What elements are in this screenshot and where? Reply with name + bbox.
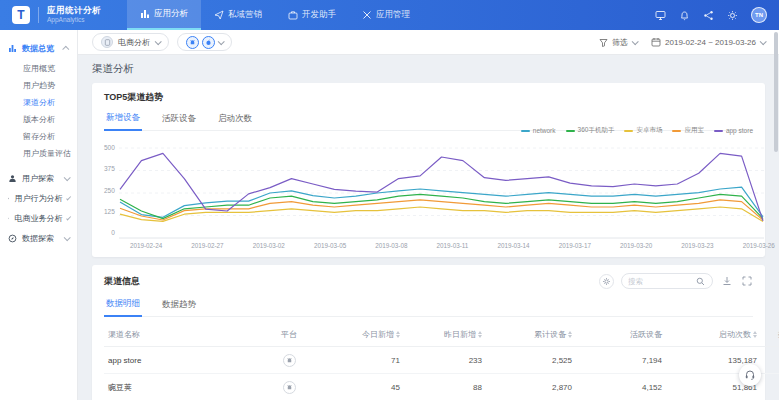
legend-item[interactable]: 应用宝 — [672, 126, 704, 135]
top-header: T 应用统计分析 AppAnalytics 应用分析 私域营销 开发助手 应用管… — [0, 0, 779, 30]
tab-active-devices[interactable]: 活跃设备 — [160, 113, 198, 130]
table-row[interactable]: app store 71 233 2,525 7,194 135,187 — [104, 347, 779, 374]
platform-filter-dropdown[interactable] — [177, 33, 232, 51]
vertical-scrollbar[interactable] — [774, 32, 778, 398]
app-logo[interactable]: T — [12, 6, 30, 24]
today-new-cell: 45 — [324, 374, 404, 400]
today-new-cell: 71 — [324, 347, 404, 374]
channel-tabs: 数据明细 数据趋势 — [104, 298, 753, 317]
y-tick-label: 0 — [111, 229, 115, 236]
legend-item[interactable]: 360手机助手 — [566, 126, 615, 135]
top-nav: 应用分析 私域营销 开发助手 应用管理 — [127, 0, 423, 30]
x-tick-label: 2019-03-05 — [314, 242, 346, 249]
legend-item[interactable]: network — [521, 127, 556, 134]
channel-card-controls — [599, 273, 753, 289]
fullscreen-icon[interactable] — [740, 275, 753, 288]
nav-app-management[interactable]: 应用管理 — [349, 0, 423, 30]
sidebar-group-label: 数据探索 — [22, 233, 59, 244]
legend-label: 安卓市场 — [636, 126, 662, 135]
yesterday-new-cell: 88 — [404, 374, 486, 400]
sidebar-group-data-explore[interactable]: 数据探索 — [0, 228, 77, 248]
android-platform-toggle[interactable] — [186, 36, 199, 49]
col-total-devices[interactable]: 累计设备 — [486, 323, 576, 347]
x-tick-label: 2019-03-17 — [559, 242, 591, 249]
sidebar-group-items: 应用概览 用户趋势 渠道分析 版本分析 留存分析 用户质量评估 — [0, 58, 77, 168]
x-tick-label: 2019-03-20 — [620, 242, 652, 249]
col-active-devices[interactable]: 活跃设备 — [576, 323, 666, 347]
table-row[interactable]: 豌豆荚 45 88 2,870 4,152 51,861 — [104, 374, 779, 400]
nav-label: 开发助手 — [302, 9, 336, 21]
col-channel-name[interactable]: 渠道名称 — [104, 323, 254, 347]
chevron-down-icon — [64, 234, 71, 241]
sort-icon[interactable] — [396, 331, 400, 338]
y-tick-label: 125 — [104, 208, 115, 215]
sidebar-item-channel-analysis[interactable]: 渠道分析 — [0, 94, 77, 111]
sidebar-item-version-analysis[interactable]: 版本分析 — [0, 111, 77, 128]
sub-toolbar: 电商分析 筛选 2019-02-24 ~ 2019-03-26 — [78, 30, 779, 55]
tab-new-devices[interactable]: 新增设备 — [104, 112, 142, 131]
sidebar-item-user-trend[interactable]: 用户趋势 — [0, 77, 77, 94]
tab-data-trend[interactable]: 数据趋势 — [160, 299, 198, 316]
legend-label: app store — [726, 127, 753, 134]
column-settings-button[interactable] — [599, 274, 614, 289]
chevron-down-icon — [155, 38, 162, 45]
col-yesterday-new[interactable]: 昨日新增 — [404, 323, 486, 347]
trend-tabs: 新增设备 活跃设备 启动次数 network360手机助手安卓市场应用宝app … — [104, 112, 753, 131]
sidebar-group-ecommerce[interactable]: 电商业务分析 — [0, 208, 77, 228]
trend-card: TOP5渠道趋势 新增设备 活跃设备 启动次数 network360手机助手安卓… — [92, 83, 765, 257]
sidebar-group-user-behavior[interactable]: 用户行为分析 — [0, 188, 77, 208]
col-platform[interactable]: 平台 — [254, 323, 324, 347]
user-avatar[interactable]: TN — [751, 7, 767, 23]
nav-marketing[interactable]: 私域营销 — [201, 0, 275, 30]
chart-plot-area[interactable] — [119, 147, 764, 239]
date-range-picker[interactable]: 2019-02-24 ~ 2019-03-26 — [651, 37, 765, 47]
sidebar-item-retention-analysis[interactable]: 留存分析 — [0, 128, 77, 145]
bar-chart-icon — [140, 9, 150, 19]
platform-icon — [283, 381, 296, 394]
nav-dev-assistant[interactable]: 开发助手 — [275, 0, 349, 30]
page-title: 渠道分析 — [92, 62, 765, 76]
col-today-new[interactable]: 今日新增 — [324, 323, 404, 347]
sidebar-group-user-explore[interactable]: 用户探索 — [0, 168, 77, 188]
table-search[interactable] — [621, 273, 713, 289]
share-icon[interactable] — [703, 10, 714, 21]
trend-chart-svg — [119, 147, 764, 239]
chevron-down-icon — [67, 195, 72, 200]
legend-swatch — [714, 130, 723, 132]
x-tick-label: 2019-03-11 — [437, 242, 469, 249]
trend-card-title: TOP5渠道趋势 — [104, 91, 753, 104]
col-launch-count[interactable]: 启动次数 — [666, 323, 761, 347]
shopping-cart-icon — [8, 214, 9, 223]
search-input[interactable] — [628, 277, 692, 286]
sidebar-group-data-overview[interactable]: 数据总览 — [0, 38, 77, 58]
legend-item[interactable]: app store — [714, 127, 753, 134]
monitor-icon[interactable] — [655, 10, 666, 21]
funnel-icon — [599, 38, 608, 47]
x-tick-label: 2019-03-14 — [497, 242, 529, 249]
tab-data-detail[interactable]: 数据明细 — [104, 298, 142, 317]
sidebar-group-label: 用户行为分析 — [14, 193, 62, 204]
scrollbar-thumb[interactable] — [774, 32, 778, 152]
tab-launch-count[interactable]: 启动次数 — [216, 113, 254, 130]
filter-dropdown[interactable]: 筛选 — [599, 37, 637, 48]
chart-legend: network360手机助手安卓市场应用宝app store — [521, 126, 753, 135]
divider — [38, 7, 39, 23]
settings-gear-icon[interactable] — [727, 10, 738, 21]
search-icon[interactable] — [696, 277, 705, 286]
sort-icon[interactable] — [478, 331, 482, 338]
ios-platform-toggle[interactable] — [202, 36, 215, 49]
download-icon[interactable] — [720, 275, 733, 288]
sidebar-item-user-quality[interactable]: 用户质量评估 — [0, 145, 77, 162]
nav-app-analysis[interactable]: 应用分析 — [127, 0, 201, 30]
channel-info-card: 渠道信息 数 — [92, 265, 765, 400]
app-window: T 应用统计分析 AppAnalytics 应用分析 私域营销 开发助手 应用管… — [0, 0, 779, 400]
notification-bell-icon[interactable] — [679, 10, 690, 21]
sort-icon[interactable] — [753, 331, 757, 338]
legend-swatch — [521, 130, 530, 132]
app-selector-dropdown[interactable]: 电商分析 — [92, 33, 169, 51]
legend-item[interactable]: 安卓市场 — [624, 126, 662, 135]
x-tick-label: 2019-03-26 — [743, 242, 775, 249]
customer-service-button[interactable] — [739, 364, 761, 386]
sidebar-item-app-overview[interactable]: 应用概览 — [0, 60, 77, 77]
sort-icon[interactable] — [568, 331, 572, 338]
